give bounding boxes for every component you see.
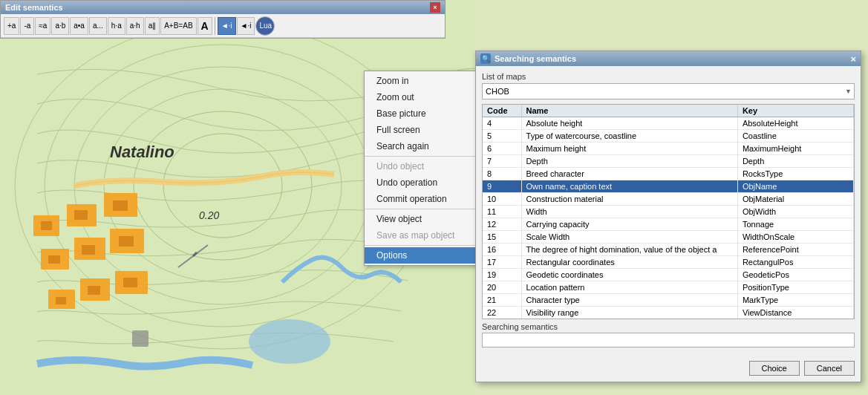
cell-key: AbsoluteHeight — [737, 117, 853, 130]
ctx-options[interactable]: Options — [365, 247, 489, 264]
cell-name: Carrying capacity — [521, 218, 737, 231]
search-semantics-dialog: 🔍 Searching semantics × List of maps CHO… — [475, 50, 861, 382]
cell-key: GeodeticPos — [737, 269, 853, 281]
cell-key: ObjMaterial — [737, 193, 853, 206]
cell-key: RectangulPos — [737, 256, 853, 269]
ctx-undo-operation[interactable]: Undo operation — [365, 174, 489, 191]
table-row[interactable]: 12Carrying capacityTonnage — [483, 218, 854, 231]
ctx-search-again[interactable]: Search again — [365, 138, 489, 154]
tool-add-a[interactable]: +a — [4, 17, 19, 35]
col-header-name: Name — [521, 105, 737, 117]
ctx-zoom-in[interactable]: Zoom in — [365, 73, 489, 89]
table-row[interactable]: 7DepthDepth — [483, 155, 854, 168]
table-row[interactable]: 19Geodetic coordinatesGeodeticPos — [483, 269, 854, 281]
semantics-table-wrap[interactable]: Code Name Key 4Absolute heightAbsoluteHe… — [482, 104, 855, 319]
tool-approx-a[interactable]: ≈a — [35, 17, 50, 35]
table-row[interactable]: 17Rectangular coordinatesRectangulPos — [483, 256, 854, 269]
ctx-zoom-out[interactable]: Zoom out — [365, 89, 489, 105]
cell-key: Depth — [737, 155, 853, 168]
cell-code: 5 — [483, 130, 521, 143]
cell-code: 12 — [483, 218, 521, 231]
cell-key: MaximumHeight — [737, 143, 853, 155]
svg-rect-14 — [48, 255, 60, 264]
svg-rect-10 — [74, 210, 88, 220]
cell-code: 19 — [483, 269, 521, 281]
table-row[interactable]: 4Absolute heightAbsoluteHeight — [483, 117, 854, 130]
table-row[interactable]: 8Breed characterRocksType — [483, 168, 854, 180]
svg-rect-8 — [41, 221, 52, 230]
tool-a-plus-b[interactable]: A+B=AB — [160, 17, 196, 35]
edit-semantics-close[interactable]: × — [430, 2, 440, 13]
cell-name: Location pattern — [521, 281, 737, 294]
table-row[interactable]: 15Scale WidthWidthOnScale — [483, 231, 854, 244]
cell-name: Maximum height — [521, 143, 737, 155]
ctx-full-screen[interactable]: Full screen — [365, 122, 489, 138]
col-header-code: Code — [483, 105, 521, 117]
table-row[interactable]: 5Type of watercourse, coastlineCoastline — [483, 130, 854, 143]
cell-code: 10 — [483, 193, 521, 206]
search-semantics-icon: 🔍 — [480, 53, 491, 64]
cell-key: ObjName — [737, 180, 853, 193]
search-semantics-titlebar: 🔍 Searching semantics × — [476, 51, 861, 66]
svg-rect-18 — [119, 236, 134, 247]
table-row[interactable]: 9Own name, caption textObjName — [483, 180, 854, 193]
tool-lua[interactable]: Lua — [255, 16, 275, 36]
table-row[interactable]: 16The degree of hight domination, value … — [483, 244, 854, 256]
edit-semantics-title: Edit semantics — [5, 3, 63, 12]
ctx-commit-operation[interactable]: Commit operation — [365, 191, 489, 207]
cell-code: 7 — [483, 155, 521, 168]
tool-a-dots[interactable]: a... — [89, 17, 107, 35]
search-semantics-label: Searching semantics — [482, 322, 855, 331]
table-row[interactable]: 22Visibility rangeViewDistance — [483, 307, 854, 319]
svg-rect-22 — [88, 286, 100, 295]
col-header-key: Key — [737, 105, 853, 117]
ctx-view-object[interactable]: View object — [365, 211, 489, 227]
cell-code: 8 — [483, 168, 521, 180]
tool-remove-a[interactable]: -a — [20, 17, 34, 35]
table-row[interactable]: 11WidthObjWidth — [483, 206, 854, 218]
table-row[interactable]: 6Maximum heightMaximumHeight — [483, 143, 854, 155]
cell-name: Character type — [521, 294, 737, 307]
search-semantics-close[interactable]: × — [850, 54, 856, 64]
tool-a-b[interactable]: a·b — [51, 17, 69, 35]
ctx-base-picture[interactable]: Base picture — [365, 105, 489, 122]
cell-key: ReferencePoint — [737, 244, 853, 256]
cell-code: 22 — [483, 307, 521, 319]
svg-point-25 — [249, 319, 330, 364]
edit-semantics-bar: Edit semantics × +a -a ≈a a·b a•a a... h… — [0, 0, 446, 39]
cell-name: Type of watercourse, coastline — [521, 130, 737, 143]
cell-name: Width — [521, 206, 737, 218]
list-of-maps-label: List of maps — [482, 72, 855, 81]
cell-code: 4 — [483, 117, 521, 130]
ctx-divider-2 — [365, 209, 489, 209]
cell-name: Depth — [521, 155, 737, 168]
semantics-table: Code Name Key 4Absolute heightAbsoluteHe… — [483, 105, 854, 319]
cell-name: Rectangular coordinates — [521, 256, 737, 269]
choice-button[interactable]: Choice — [749, 361, 800, 376]
tool-h-a[interactable]: h·a — [108, 17, 125, 35]
table-header-row: Code Name Key — [483, 105, 854, 117]
tool-a-a[interactable]: a•a — [70, 17, 88, 35]
tool-A-big[interactable]: A — [198, 17, 212, 35]
table-row[interactable]: 20Location patternPositionType — [483, 281, 854, 294]
search-semantics-input[interactable] — [482, 333, 855, 347]
cell-name: Breed character — [521, 168, 737, 180]
cell-code: 9 — [483, 180, 521, 193]
cell-name: Own name, caption text — [521, 180, 737, 193]
svg-rect-12 — [113, 200, 128, 211]
tool-a-h[interactable]: a·h — [126, 17, 144, 35]
ctx-save-as-map: Save as map object — [365, 227, 489, 244]
tool-arrow-left[interactable]: ◄·i — [218, 17, 236, 35]
cell-key: ViewDistance — [737, 307, 853, 319]
tool-arrow-right[interactable]: ◄·i — [237, 17, 255, 35]
cell-code: 21 — [483, 294, 521, 307]
cell-name: Scale Width — [521, 231, 737, 244]
table-row[interactable]: 21Character typeMarkType — [483, 294, 854, 307]
map-dropdown-wrap: CHOB ▼ — [482, 83, 855, 99]
cancel-button[interactable]: Cancel — [804, 361, 855, 376]
map-dropdown[interactable]: CHOB — [482, 83, 855, 99]
table-row[interactable]: 10Construction materialObjMaterial — [483, 193, 854, 206]
tool-a-parallel[interactable]: a∥ — [145, 17, 160, 35]
svg-rect-26 — [132, 330, 149, 347]
cell-key: PositionType — [737, 281, 853, 294]
